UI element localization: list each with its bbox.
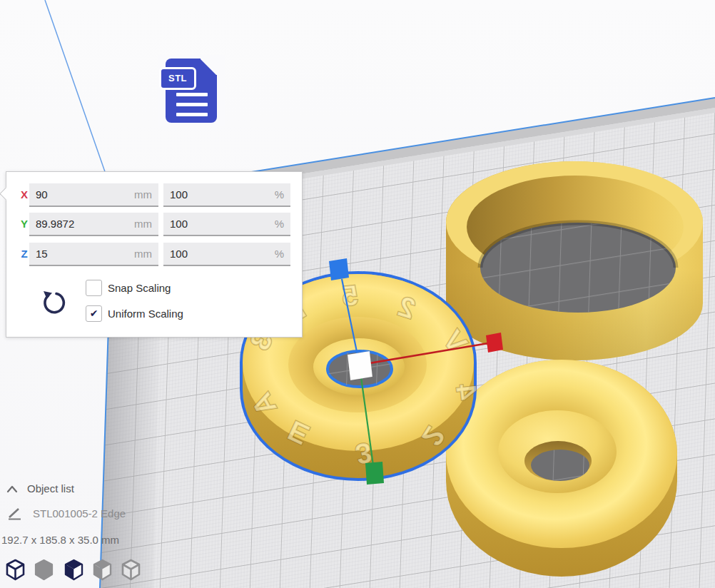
chevron-up-icon <box>6 485 19 494</box>
page-fold-corner <box>201 58 218 75</box>
scale-handle-y[interactable] <box>365 462 384 485</box>
checkmark-icon: ✔ <box>90 308 98 319</box>
cube-faces-gray-icon[interactable] <box>93 559 112 581</box>
uniform-scaling-label: Uniform Scaling <box>108 308 183 320</box>
model-cylinder[interactable] <box>446 161 703 360</box>
build-volume-edge <box>45 0 113 194</box>
cube-solid-gray-icon[interactable] <box>34 559 54 581</box>
object-list-title: Object list <box>27 482 74 495</box>
x-size-input[interactable] <box>29 183 158 206</box>
object-name: STL001005-2 Edge <box>33 507 126 519</box>
scale-handle-center[interactable] <box>348 351 372 380</box>
x-percent-input[interactable] <box>163 183 290 206</box>
scale-row-z: Z mm % <box>6 243 302 266</box>
selection-dimensions: 192.7 x 185.8 x 35.0 mm <box>1 534 119 546</box>
scale-handle-z[interactable] <box>329 258 349 280</box>
cube-faces-dark-icon[interactable] <box>64 559 83 581</box>
scale-handle-x[interactable] <box>486 333 503 353</box>
reset-rotate-icon <box>41 289 69 318</box>
stl-document-icon: STL <box>166 59 217 123</box>
scale-tool-panel: X mm % Y mm % Z mm % Snap Scaling ✔ Unif… <box>6 171 303 338</box>
snap-scaling-label: Snap Scaling <box>108 282 171 294</box>
scale-row-y: Y mm % <box>6 213 302 236</box>
z-percent-input[interactable] <box>163 243 290 265</box>
reset-scale-button[interactable] <box>41 289 69 318</box>
edge-mesh-icon <box>7 507 23 521</box>
cube-outline-dark-icon[interactable] <box>6 559 25 581</box>
cube-outline-gray-icon[interactable] <box>121 559 141 581</box>
stl-file-icon[interactable]: STL <box>158 55 225 126</box>
uniform-scaling-checkbox[interactable]: ✔ <box>86 305 102 322</box>
snap-scaling-checkbox[interactable] <box>86 280 102 296</box>
scale-row-x: X mm % <box>6 183 302 207</box>
y-size-input[interactable] <box>29 213 158 235</box>
z-size-input[interactable] <box>29 243 158 265</box>
stl-extension-tab: STL <box>159 67 196 90</box>
y-percent-input[interactable] <box>163 213 290 235</box>
